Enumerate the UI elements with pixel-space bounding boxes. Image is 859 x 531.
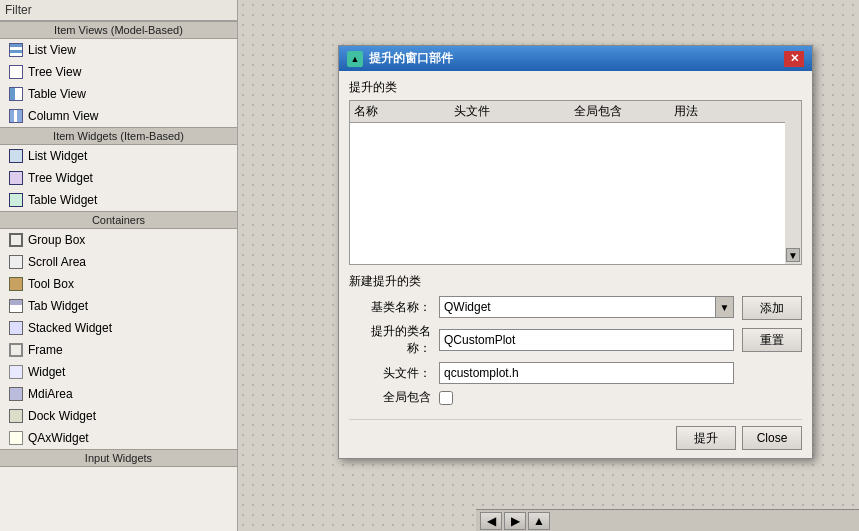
section-model-based: Item Views (Model-Based)	[0, 21, 237, 39]
tabwidget-icon	[8, 298, 24, 314]
tool-box-label: Tool Box	[28, 277, 74, 291]
groupbox-icon	[8, 232, 24, 248]
listview-icon	[8, 42, 24, 58]
side-buttons: 添加 重置	[742, 296, 802, 411]
promoted-class-label: 提升的类名称：	[349, 323, 439, 357]
canvas-area: ▲ 提升的窗口部件 ✕ 提升的类 名称 头文件 全局包含 用法 ▼ 新建	[238, 0, 859, 531]
group-box-label: Group Box	[28, 233, 85, 247]
taskbar-btn-2[interactable]: ▶	[504, 512, 526, 530]
col-name: 名称	[354, 103, 434, 120]
stacked-icon	[8, 320, 24, 336]
global-include-checkbox[interactable]	[439, 391, 453, 405]
widget-icon	[8, 364, 24, 380]
treewidget-icon	[8, 170, 24, 186]
header-file-label: 头文件：	[349, 365, 439, 382]
mdiarea-label: MdiArea	[28, 387, 73, 401]
sidebar-item-tree-view[interactable]: Tree View	[0, 61, 237, 83]
sidebar-item-stacked-widget[interactable]: Stacked Widget	[0, 317, 237, 339]
frame-icon	[8, 342, 24, 358]
sidebar-item-scroll-area[interactable]: Scroll Area	[0, 251, 237, 273]
section-input-widgets: Input Widgets	[0, 449, 237, 467]
sidebar-item-dock-widget[interactable]: Dock Widget	[0, 405, 237, 427]
table-scrollbar: ▼	[785, 101, 801, 264]
listwidget-icon	[8, 148, 24, 164]
dockwidget-icon	[8, 408, 24, 424]
tree-widget-label: Tree Widget	[28, 171, 93, 185]
taskbar-btn-1[interactable]: ◀	[480, 512, 502, 530]
scroll-area-label: Scroll Area	[28, 255, 86, 269]
sidebar-item-tool-box[interactable]: Tool Box	[0, 273, 237, 295]
taskbar: ◀ ▶ ▲	[476, 509, 859, 531]
table-header-row: 名称 头文件 全局包含 用法	[350, 101, 801, 123]
section-containers: Containers	[0, 211, 237, 229]
dialog-body: 提升的类 名称 头文件 全局包含 用法 ▼ 新建提升的类	[339, 71, 812, 458]
promote-button[interactable]: 提升	[676, 426, 736, 450]
base-class-label: 基类名称：	[349, 299, 439, 316]
list-view-label: List View	[28, 43, 76, 57]
qaxwidget-label: QAxWidget	[28, 431, 89, 445]
sidebar-item-list-view[interactable]: List View	[0, 39, 237, 61]
base-class-dropdown-arrow[interactable]: ▼	[715, 297, 733, 317]
sidebar-item-tree-widget[interactable]: Tree Widget	[0, 167, 237, 189]
sidebar-item-table-view[interactable]: Table View	[0, 83, 237, 105]
left-panel: Filter Item Views (Model-Based) List Vie…	[0, 0, 238, 531]
sidebar-item-mdiarea[interactable]: MdiArea	[0, 383, 237, 405]
sidebar-item-list-widget[interactable]: List Widget	[0, 145, 237, 167]
table-view-label: Table View	[28, 87, 86, 101]
global-include-row: 全局包含	[349, 389, 734, 406]
promoted-class-input[interactable]	[439, 329, 734, 351]
columnview-icon	[8, 108, 24, 124]
promoted-class-section-label: 提升的类	[349, 79, 802, 96]
title-left: ▲ 提升的窗口部件	[347, 50, 453, 67]
new-promoted-label: 新建提升的类	[349, 273, 802, 290]
dock-widget-label: Dock Widget	[28, 409, 96, 423]
col-header: 头文件	[454, 103, 554, 120]
tableview-icon	[8, 86, 24, 102]
sidebar-item-group-box[interactable]: Group Box	[0, 229, 237, 251]
base-class-row: 基类名称： QWidget ▼	[349, 296, 734, 318]
promoted-dialog: ▲ 提升的窗口部件 ✕ 提升的类 名称 头文件 全局包含 用法 ▼ 新建	[338, 45, 813, 459]
mdiarea-icon	[8, 386, 24, 402]
sidebar-item-tab-widget[interactable]: Tab Widget	[0, 295, 237, 317]
dialog-title-icon: ▲	[347, 51, 363, 67]
close-button[interactable]: Close	[742, 426, 802, 450]
sidebar-item-table-widget[interactable]: Table Widget	[0, 189, 237, 211]
tree-view-label: Tree View	[28, 65, 81, 79]
base-class-value: QWidget	[440, 297, 715, 317]
dialog-bottom-buttons: 提升 Close	[349, 419, 802, 450]
widget-label: Widget	[28, 365, 65, 379]
taskbar-btn-3[interactable]: ▲	[528, 512, 550, 530]
stacked-widget-label: Stacked Widget	[28, 321, 112, 335]
toolbox-icon	[8, 276, 24, 292]
sidebar-item-qaxwidget[interactable]: QAxWidget	[0, 427, 237, 449]
tablewidget-icon	[8, 192, 24, 208]
form-area: 基类名称： QWidget ▼ 提升的类名称： 头文件：	[349, 296, 734, 411]
sidebar-item-frame[interactable]: Frame	[0, 339, 237, 361]
header-file-input[interactable]	[439, 362, 734, 384]
dialog-titlebar: ▲ 提升的窗口部件 ✕	[339, 46, 812, 71]
treeview-icon	[8, 64, 24, 80]
column-view-label: Column View	[28, 109, 98, 123]
list-widget-label: List Widget	[28, 149, 87, 163]
section-item-based: Item Widgets (Item-Based)	[0, 127, 237, 145]
tab-widget-label: Tab Widget	[28, 299, 88, 313]
filter-bar: Filter	[0, 0, 237, 21]
frame-label: Frame	[28, 343, 63, 357]
col-global: 全局包含	[574, 103, 654, 120]
global-include-label: 全局包含	[349, 389, 439, 406]
qaxwidget-icon	[8, 430, 24, 446]
sidebar-item-widget[interactable]: Widget	[0, 361, 237, 383]
dialog-title: 提升的窗口部件	[369, 50, 453, 67]
promoted-class-row: 提升的类名称：	[349, 323, 734, 357]
sidebar-item-column-view[interactable]: Column View	[0, 105, 237, 127]
reset-button[interactable]: 重置	[742, 328, 802, 352]
scrollarea-icon	[8, 254, 24, 270]
promoted-class-table: 名称 头文件 全局包含 用法 ▼	[349, 100, 802, 265]
col-usage: 用法	[674, 103, 734, 120]
base-class-select[interactable]: QWidget ▼	[439, 296, 734, 318]
filter-label: Filter	[5, 3, 32, 17]
dialog-close-button[interactable]: ✕	[784, 51, 804, 67]
header-file-row: 头文件：	[349, 362, 734, 384]
scroll-down-btn[interactable]: ▼	[786, 248, 800, 262]
add-button[interactable]: 添加	[742, 296, 802, 320]
